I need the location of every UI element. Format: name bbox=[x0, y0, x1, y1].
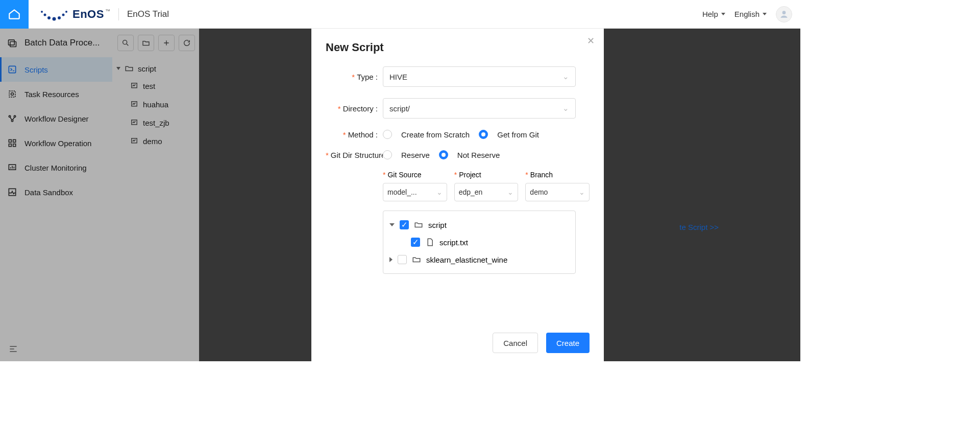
new-button[interactable] bbox=[158, 35, 175, 51]
collapse-icon bbox=[8, 344, 18, 354]
git-source-select[interactable]: model_... ⌄ bbox=[383, 183, 447, 201]
svg-rect-17 bbox=[13, 139, 16, 142]
chevron-down-icon bbox=[389, 223, 395, 226]
user-icon bbox=[779, 9, 789, 19]
user-avatar[interactable] bbox=[776, 6, 792, 22]
branch-value: demo bbox=[530, 188, 548, 196]
chevron-down-icon: ⌄ bbox=[507, 188, 513, 196]
brand-logo: EnOS ™ bbox=[39, 7, 110, 22]
chevron-down-icon: ⌄ bbox=[579, 188, 585, 196]
new-folder-button[interactable] bbox=[138, 35, 154, 51]
type-label: Type : bbox=[326, 73, 383, 81]
sidebar-item-scripts[interactable]: Scripts bbox=[0, 57, 112, 82]
tree-file[interactable]: huahua bbox=[130, 95, 195, 113]
svg-point-6 bbox=[65, 11, 67, 13]
type-select[interactable]: HIVE ⌄ bbox=[383, 66, 576, 87]
gitdir-radio-reserve[interactable] bbox=[383, 150, 392, 159]
sidebar-item-label: Task Resources bbox=[24, 90, 79, 99]
svg-rect-11 bbox=[9, 91, 15, 97]
tree-file-label: test bbox=[143, 82, 155, 90]
gitdir-radio-notreserve[interactable] bbox=[439, 150, 448, 159]
file-icon bbox=[130, 100, 139, 109]
script-tree: script test huahua test_zjb demo bbox=[112, 57, 199, 153]
file-icon bbox=[130, 118, 139, 127]
sidebar-item-task-resources[interactable]: Task Resources bbox=[0, 82, 112, 106]
tree-row-script-txt[interactable]: ✓ script.txt bbox=[389, 234, 569, 251]
sidebar-item-label: Cluster Monitoring bbox=[24, 164, 87, 172]
svg-rect-8 bbox=[9, 40, 15, 45]
cancel-button[interactable]: Cancel bbox=[493, 333, 538, 353]
tree-file-label: test_zjb bbox=[143, 119, 169, 127]
sidebar-item-workflow-operation[interactable]: Workflow Operation bbox=[0, 131, 112, 155]
brand-mark-icon bbox=[39, 7, 69, 22]
git-source-value: model_... bbox=[387, 188, 417, 196]
tree-file[interactable]: test bbox=[130, 77, 195, 95]
tree-file-label: demo bbox=[143, 137, 162, 146]
create-script-link[interactable]: te Script >> bbox=[679, 223, 719, 231]
close-button[interactable]: ✕ bbox=[585, 36, 596, 46]
language-label: English bbox=[734, 10, 760, 18]
top-header: EnOS ™ EnOS Trial Help English bbox=[0, 0, 800, 29]
operation-icon bbox=[7, 138, 17, 148]
directory-select[interactable]: script/ ⌄ bbox=[383, 98, 576, 119]
cards-icon bbox=[7, 38, 17, 48]
monitor-icon bbox=[7, 162, 17, 173]
modal-title: New Script bbox=[326, 41, 590, 54]
app-title: EnOS Trial bbox=[127, 9, 169, 19]
tree-file-label: script.txt bbox=[439, 238, 468, 247]
folder-icon bbox=[142, 39, 150, 47]
svg-rect-19 bbox=[13, 144, 16, 147]
search-button[interactable] bbox=[117, 35, 134, 51]
language-menu[interactable]: English bbox=[734, 10, 767, 18]
gitdir-option-reserve: Reserve bbox=[401, 151, 430, 159]
brand-name: EnOS bbox=[72, 8, 104, 21]
refresh-button[interactable] bbox=[179, 35, 195, 51]
resources-icon bbox=[7, 89, 17, 99]
tree-row-script-folder[interactable]: ✓ script bbox=[389, 216, 569, 234]
method-option-scratch: Create from Scratch bbox=[401, 130, 470, 139]
checkbox-sklearn[interactable] bbox=[398, 255, 407, 264]
tree-toolbar bbox=[112, 29, 199, 57]
collapse-sidebar-button[interactable] bbox=[5, 341, 21, 357]
method-radio-scratch[interactable] bbox=[383, 130, 392, 139]
new-script-modal: ✕ New Script Type : HIVE ⌄ Directory : s… bbox=[311, 29, 604, 361]
cancel-label: Cancel bbox=[503, 339, 527, 347]
refresh-icon bbox=[183, 39, 191, 47]
project-select[interactable]: edp_en ⌄ bbox=[454, 183, 519, 201]
file-icon bbox=[425, 238, 434, 247]
svg-rect-16 bbox=[9, 139, 11, 142]
checkbox-script-txt[interactable]: ✓ bbox=[411, 238, 420, 247]
svg-point-3 bbox=[53, 17, 56, 20]
tree-folder-label: sklearn_elasticnet_wine bbox=[426, 255, 507, 264]
svg-point-13 bbox=[9, 115, 10, 117]
git-file-tree: ✓ script ✓ script.txt sklearn_elasticnet… bbox=[383, 211, 576, 274]
sidebar-item-data-sandbox[interactable]: Data Sandbox bbox=[0, 180, 112, 204]
method-radio-git[interactable] bbox=[479, 130, 488, 139]
create-label: Create bbox=[556, 339, 579, 347]
git-source-label: Git Source bbox=[383, 171, 447, 179]
tree-row-sklearn-folder[interactable]: sklearn_elasticnet_wine bbox=[389, 251, 569, 268]
sidebar-title: Batch Data Proce... bbox=[24, 38, 105, 48]
git-dir-label: Git Dir Structure bbox=[326, 151, 383, 159]
tree-folder-script[interactable]: script bbox=[116, 60, 195, 77]
tree-file[interactable]: demo bbox=[130, 132, 195, 150]
help-label: Help bbox=[702, 10, 718, 18]
tree-file[interactable]: test_zjb bbox=[130, 113, 195, 132]
branch-select[interactable]: demo ⌄ bbox=[525, 183, 590, 201]
sidebar-item-workflow-designer[interactable]: Workflow Designer bbox=[0, 106, 112, 131]
chevron-down-icon: ⌄ bbox=[562, 72, 569, 81]
sidebar-item-label: Workflow Designer bbox=[24, 114, 89, 123]
svg-point-0 bbox=[41, 11, 43, 13]
sidebar-header: Batch Data Proce... bbox=[0, 29, 112, 57]
search-icon bbox=[121, 39, 130, 47]
folder-icon bbox=[412, 255, 421, 264]
chevron-down-icon bbox=[116, 67, 120, 70]
svg-point-22 bbox=[123, 40, 127, 44]
home-button[interactable] bbox=[0, 0, 29, 29]
method-label: Method : bbox=[326, 130, 383, 139]
create-button[interactable]: Create bbox=[546, 333, 590, 353]
help-menu[interactable]: Help bbox=[702, 10, 725, 18]
svg-rect-9 bbox=[10, 42, 16, 47]
checkbox-script[interactable]: ✓ bbox=[400, 220, 409, 229]
sidebar-item-cluster-monitoring[interactable]: Cluster Monitoring bbox=[0, 155, 112, 180]
